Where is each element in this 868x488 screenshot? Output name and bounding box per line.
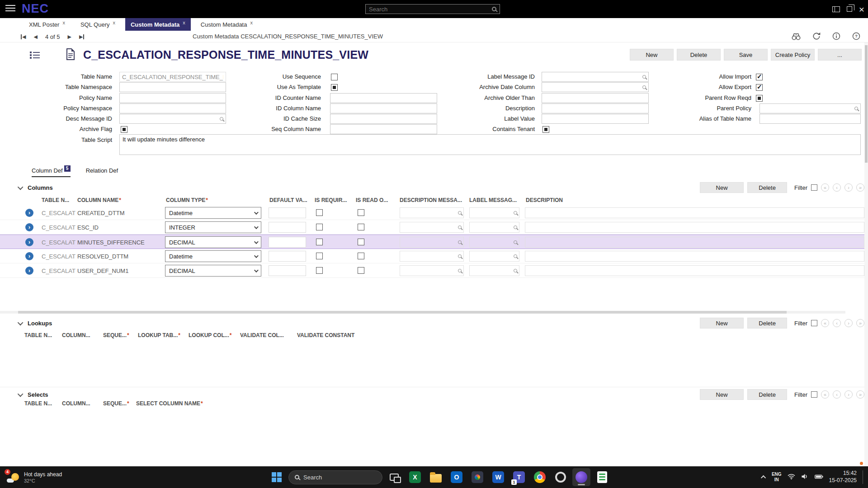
label-value-input[interactable] bbox=[542, 116, 648, 122]
description-input[interactable] bbox=[525, 253, 864, 260]
battery-icon[interactable] bbox=[815, 474, 823, 481]
taskbar-app-outlook[interactable]: O bbox=[448, 468, 466, 486]
lookups-filter-checkbox[interactable] bbox=[811, 320, 817, 326]
parent-policy-input[interactable] bbox=[760, 105, 854, 112]
taskbar-search[interactable]: Search bbox=[288, 470, 382, 484]
is-read-only-checkbox[interactable] bbox=[358, 224, 364, 230]
column-type-select[interactable]: DECIMAL bbox=[165, 236, 261, 248]
tab-custom-metadata-2[interactable]: Custom Metadata x bbox=[195, 18, 258, 31]
next-page-icon[interactable]: › bbox=[844, 319, 853, 327]
columns-delete-button[interactable]: Delete bbox=[747, 182, 787, 193]
description-message-input[interactable] bbox=[400, 210, 458, 216]
tab-sql-query[interactable]: SQL Query x bbox=[75, 18, 121, 31]
global-search-input[interactable] bbox=[369, 6, 492, 13]
list-view-icon[interactable] bbox=[29, 50, 41, 62]
table-namespace-input[interactable] bbox=[120, 84, 226, 91]
more-button[interactable]: ... bbox=[818, 49, 862, 61]
prev-page-icon[interactable]: ‹ bbox=[833, 390, 841, 399]
tab-xml-poster[interactable]: XML Poster x bbox=[24, 18, 71, 31]
is-read-only-checkbox[interactable] bbox=[358, 267, 364, 274]
columns-new-button[interactable]: New bbox=[700, 182, 744, 193]
taskbar-app-task-view[interactable] bbox=[385, 468, 403, 486]
alias-of-table-name-input[interactable] bbox=[760, 116, 860, 122]
start-button[interactable] bbox=[268, 468, 286, 486]
language-indicator[interactable]: ENG IN bbox=[772, 472, 782, 483]
description-message-input[interactable] bbox=[400, 224, 458, 231]
id-cache-size-input[interactable] bbox=[330, 116, 437, 122]
tab-close-icon[interactable]: x bbox=[113, 20, 115, 25]
selects-filter-checkbox[interactable] bbox=[811, 391, 817, 398]
restore-window-icon[interactable] bbox=[847, 6, 852, 12]
tab-relation-def[interactable]: Relation Def bbox=[86, 167, 118, 177]
table-row[interactable]: › C_ESCALAT ESC_ID INTEGER bbox=[0, 220, 864, 235]
is-required-checkbox[interactable] bbox=[316, 267, 323, 274]
columns-filter-checkbox[interactable] bbox=[811, 184, 817, 191]
desc-message-id-input[interactable] bbox=[120, 116, 220, 122]
lookup-icon[interactable] bbox=[458, 211, 462, 215]
volume-icon[interactable] bbox=[801, 473, 809, 481]
first-record-icon[interactable]: ◀ bbox=[21, 34, 26, 39]
default-value-input[interactable] bbox=[269, 253, 306, 260]
wifi-icon[interactable] bbox=[788, 473, 795, 481]
lookup-icon[interactable] bbox=[458, 269, 462, 272]
default-value-input[interactable] bbox=[269, 267, 306, 274]
is-required-checkbox[interactable] bbox=[316, 239, 323, 245]
archive-date-column-input[interactable] bbox=[542, 84, 642, 91]
description-input[interactable] bbox=[525, 210, 864, 216]
seq-column-name-input[interactable] bbox=[330, 126, 437, 133]
tab-close-icon[interactable]: x bbox=[62, 20, 65, 25]
id-counter-name-input[interactable] bbox=[330, 95, 437, 102]
allow-import-check[interactable] bbox=[756, 74, 763, 80]
is-required-checkbox[interactable] bbox=[316, 209, 323, 216]
lookup-icon[interactable] bbox=[514, 254, 517, 258]
refresh-icon[interactable] bbox=[812, 32, 821, 42]
last-page-icon[interactable]: » bbox=[856, 319, 864, 327]
lookup-icon[interactable] bbox=[514, 269, 517, 272]
tab-close-icon[interactable]: x bbox=[183, 20, 185, 25]
lookup-icon[interactable] bbox=[642, 75, 646, 79]
lookup-icon[interactable] bbox=[514, 225, 517, 229]
vertical-scrollbar[interactable] bbox=[864, 42, 868, 466]
horizontal-scrollbar[interactable] bbox=[0, 311, 845, 314]
table-row[interactable]: › C_ESCALAT RESOLVED_DTTM Datetime bbox=[0, 249, 864, 263]
column-type-select[interactable]: Datetime bbox=[165, 207, 261, 219]
taskbar-app-chrome[interactable] bbox=[531, 468, 549, 486]
description-message-input[interactable] bbox=[400, 253, 458, 260]
save-button[interactable]: Save bbox=[724, 49, 768, 61]
first-page-icon[interactable]: « bbox=[821, 183, 829, 192]
close-icon[interactable]: × bbox=[859, 5, 864, 14]
table-name-input[interactable] bbox=[120, 74, 226, 80]
selects-delete-button[interactable]: Delete bbox=[747, 389, 787, 400]
column-type-select[interactable]: Datetime bbox=[165, 250, 261, 262]
table-row-selected[interactable]: › C_ESCALAT MINUTES_DIFFERENCE DECIMAL bbox=[0, 235, 864, 249]
first-page-icon[interactable]: « bbox=[821, 319, 829, 327]
collapse-lookups-icon[interactable] bbox=[18, 319, 24, 325]
is-required-checkbox[interactable] bbox=[316, 224, 323, 230]
description-input[interactable] bbox=[542, 105, 648, 112]
is-required-checkbox[interactable] bbox=[316, 253, 323, 259]
taskbar-app-nec-active[interactable] bbox=[572, 468, 590, 486]
lookup-icon[interactable] bbox=[514, 240, 517, 244]
lookup-icon[interactable] bbox=[458, 225, 462, 229]
next-page-icon[interactable]: › bbox=[844, 183, 853, 192]
archive-older-than-input[interactable] bbox=[542, 95, 648, 102]
lookup-icon[interactable] bbox=[642, 85, 646, 89]
row-expand-icon[interactable]: › bbox=[25, 223, 33, 231]
archive-flag-checkbox[interactable] bbox=[121, 126, 127, 133]
menu-icon[interactable] bbox=[5, 5, 15, 11]
label-message-input[interactable] bbox=[470, 239, 514, 246]
taskbar-app-notes[interactable] bbox=[593, 468, 611, 486]
is-read-only-checkbox[interactable] bbox=[358, 209, 364, 216]
lookup-icon[interactable] bbox=[458, 254, 462, 258]
new-button[interactable]: New bbox=[630, 49, 674, 61]
scrollbar-thumb[interactable] bbox=[865, 45, 868, 163]
description-input[interactable] bbox=[525, 267, 864, 274]
tab-close-icon[interactable]: x bbox=[250, 20, 253, 25]
table-script-input[interactable]: It will update minutes difference bbox=[119, 134, 861, 155]
column-type-select[interactable]: DECIMAL bbox=[165, 265, 261, 277]
next-page-icon[interactable]: › bbox=[844, 390, 853, 399]
create-policy-button[interactable]: Create Policy bbox=[771, 49, 815, 61]
collapse-columns-icon[interactable] bbox=[18, 184, 24, 190]
use-as-template-check[interactable] bbox=[331, 84, 338, 91]
find-icon[interactable] bbox=[791, 32, 801, 42]
